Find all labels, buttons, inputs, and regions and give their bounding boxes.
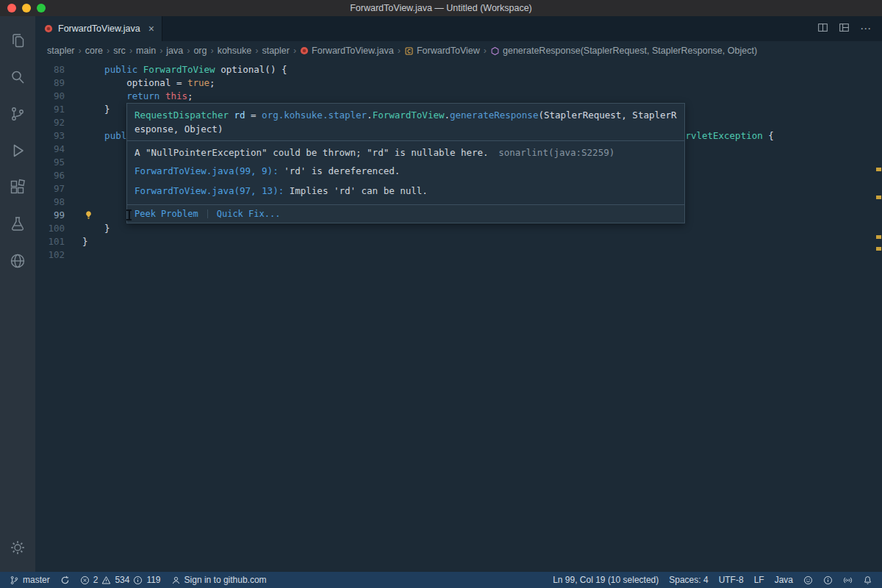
breadcrumb-item-1[interactable]: stapler (47, 46, 75, 56)
line-number: 102 (35, 248, 65, 262)
breadcrumb-item-2[interactable]: core (85, 46, 103, 56)
github-signin-label: Sign in to github.com (184, 575, 267, 585)
breadcrumb-label: stapler (47, 46, 75, 56)
hover-message: A "NullPointerException" could be thrown… (135, 147, 489, 158)
quick-fix-action[interactable]: Quick Fix... (217, 209, 281, 219)
hover-widget: RequestDispatcher rd = org.kohsuke.stapl… (126, 103, 685, 223)
code-line-88[interactable]: 88 public ForwardToView optional() { (35, 63, 882, 76)
activitybar-run-debug[interactable] (0, 132, 35, 169)
related-location-link[interactable]: ForwardToView.java(99, 9): (135, 165, 279, 176)
tab-bar: ForwardToView.java × ⋯ (35, 16, 882, 41)
line-number: 96 (35, 169, 65, 182)
code-token: } (82, 236, 88, 247)
minimize-button[interactable] (22, 4, 31, 12)
branch-status-item[interactable]: master (4, 572, 55, 588)
code-line-101[interactable]: 101} (35, 235, 882, 248)
breadcrumb-item-9[interactable]: ForwardToView.java (300, 46, 394, 56)
breadcrumb-item-5[interactable]: java (166, 46, 183, 56)
info-item-status-item[interactable] (818, 572, 838, 588)
hover-related: ForwardToView.java(99, 9): 'rd' is deref… (127, 159, 684, 201)
activitybar-testing[interactable] (0, 206, 35, 243)
related-text: Implies 'rd' can be null. (284, 185, 428, 196)
breadcrumb-item-8[interactable]: stapler (262, 46, 290, 56)
github-signin-status-item[interactable]: Sign in to github.com (166, 572, 272, 588)
problems-status-item[interactable]: 2534119 (75, 572, 166, 588)
signature-token: . (367, 110, 373, 121)
code-token (82, 90, 126, 101)
overview-ruler (876, 60, 881, 572)
selection-label: Ln 99, Col 19 (10 selected) (553, 575, 659, 585)
symbol-class-icon (404, 46, 414, 56)
code-token: return (126, 90, 159, 101)
breadcrumb-separator: › (79, 46, 82, 56)
breadcrumb-label: java (166, 46, 183, 56)
line-number: 88 (35, 63, 65, 76)
tab-forwardtoview[interactable]: ForwardToView.java × (35, 16, 162, 41)
activitybar-manage[interactable] (0, 529, 35, 566)
split-editor-icon (817, 22, 828, 36)
signature-token: RequestDispatcher (135, 110, 229, 121)
split-editor-button[interactable] (817, 22, 828, 36)
selection-status-item[interactable]: Ln 99, Col 19 (10 selected) (548, 572, 664, 588)
editor-group: ForwardToView.java × ⋯ stapler›core›src›… (35, 16, 882, 572)
line-number: 91 (35, 103, 65, 116)
activitybar-extensions[interactable] (0, 169, 35, 206)
code-area[interactable]: 88 public ForwardToView optional() {89 o… (35, 60, 882, 572)
code-token: { (763, 130, 774, 141)
breadcrumb-item-6[interactable]: org (193, 46, 207, 56)
code-token: ServletException (674, 130, 762, 141)
language-mode-status-item[interactable]: Java (770, 572, 798, 588)
breadcrumb-item-3[interactable]: src (113, 46, 126, 56)
breadcrumb-item-10[interactable]: ForwardToView (404, 46, 480, 56)
code-line-90[interactable]: 90 return this; (35, 90, 882, 103)
related-location-link[interactable]: ForwardToView.java(97, 13): (135, 185, 284, 196)
line-number: 89 (35, 76, 65, 90)
breadcrumb-separator: › (107, 46, 110, 56)
activitybar-search[interactable] (0, 59, 35, 96)
activitybar-github[interactable] (0, 243, 35, 279)
code-token (137, 64, 143, 75)
line-number: 97 (35, 182, 65, 196)
code-line-89[interactable]: 89 optional = true; (35, 76, 882, 90)
indentation-status-item[interactable]: Spaces: 4 (664, 572, 713, 588)
search-icon (9, 68, 26, 86)
manage-gear-icon (10, 539, 26, 556)
peek-problem-action[interactable]: Peek Problem (135, 209, 198, 219)
activitybar-source-control[interactable] (0, 96, 35, 132)
eol-status-item[interactable]: LF (749, 572, 770, 588)
source-control-icon (9, 105, 26, 123)
breadcrumb-label: core (85, 46, 103, 56)
zoom-button[interactable] (37, 4, 46, 12)
close-button[interactable] (7, 4, 16, 12)
breadcrumb-separator: › (159, 46, 162, 56)
breadcrumb-label: kohsuke (218, 46, 252, 56)
encoding-label: UTF-8 (719, 575, 744, 585)
activitybar-explorer[interactable] (0, 22, 35, 59)
sync-status-item[interactable] (55, 572, 75, 588)
mouse-ibeam-cursor (126, 209, 132, 220)
breadcrumb-label: ForwardToView (417, 46, 480, 56)
breadcrumb-item-11[interactable]: generateResponse(StaplerRequest, Stapler… (490, 46, 757, 56)
breadcrumb-item-7[interactable]: kohsuke (218, 46, 252, 56)
signature-token: org.kohsuke.stapler (262, 110, 367, 121)
more-actions-button[interactable]: ⋯ (860, 22, 872, 35)
warning-mark-2 (876, 196, 881, 199)
signature-token: = (245, 110, 262, 121)
tab-close-icon[interactable]: × (148, 23, 154, 35)
language-mode-label: Java (775, 575, 793, 585)
code-line-100[interactable]: 100 } (35, 222, 882, 235)
signature-token: ForwardToView (373, 110, 445, 121)
eol-label: LF (754, 575, 764, 585)
feedback-status-item[interactable] (798, 572, 818, 588)
warning-mark-1 (876, 168, 881, 171)
encoding-status-item[interactable]: UTF-8 (714, 572, 749, 588)
lightbulb-icon[interactable] (84, 210, 93, 220)
activity-bar-top (0, 22, 35, 279)
code-text: optional = true; (82, 76, 215, 90)
ports-status-item[interactable] (838, 572, 858, 588)
breadcrumb-item-4[interactable]: main (136, 46, 156, 56)
warning-icon (101, 576, 111, 585)
notifications-status-item[interactable] (858, 572, 878, 588)
code-line-102[interactable]: 102 (35, 248, 882, 262)
toggle-layout-button[interactable] (839, 22, 850, 36)
